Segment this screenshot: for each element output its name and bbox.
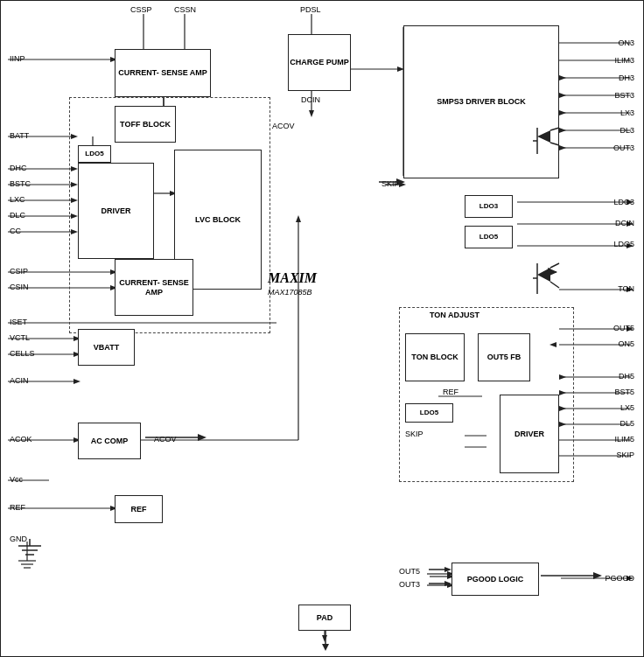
dcin-cp-label: DCIN bbox=[301, 95, 320, 104]
ldo3-pin-label: LDO3 bbox=[613, 198, 634, 206]
acov-cp-label: ACOV bbox=[272, 122, 295, 130]
svg-marker-124 bbox=[537, 130, 550, 143]
bstc-label: BSTC bbox=[10, 179, 31, 188]
batt-label: BATT bbox=[10, 131, 29, 140]
ldo3-right-block: LDO3 bbox=[465, 195, 513, 218]
cc-label: CC bbox=[10, 227, 21, 235]
vbatt-block: VBATT bbox=[78, 329, 135, 366]
svg-marker-141 bbox=[322, 644, 329, 651]
svg-line-126 bbox=[550, 143, 559, 145]
iinp-label: IINP bbox=[10, 54, 25, 63]
ton-adjust-label: TON ADJUST bbox=[430, 311, 480, 319]
lx3-label: LX3 bbox=[620, 108, 634, 117]
vctl-label: VCTL bbox=[10, 333, 30, 342]
svg-marker-135 bbox=[444, 567, 452, 572]
maxim-logo: MAXIM bbox=[268, 270, 317, 286]
svg-line-132 bbox=[550, 282, 559, 288]
skip-right-label: SKIP bbox=[616, 451, 634, 459]
cells-label: CELLS bbox=[10, 349, 35, 358]
svg-marker-27 bbox=[74, 379, 80, 384]
svg-line-125 bbox=[550, 128, 559, 130]
lxc-label: LXC bbox=[10, 195, 25, 204]
svg-marker-130 bbox=[537, 268, 550, 282]
svg-marker-137 bbox=[444, 581, 452, 586]
pdsl-label: PDSL bbox=[300, 5, 321, 14]
svg-marker-50 bbox=[309, 110, 314, 117]
pgood-logic-block: PGOOD LOGIC bbox=[452, 563, 539, 596]
svg-marker-116 bbox=[198, 434, 206, 441]
diagram: CSSP CSSN PDSL CURRENT- SENSE AMP IINP T… bbox=[0, 0, 644, 657]
vcc-label: Vcc bbox=[10, 475, 23, 484]
ton-right-label: TON bbox=[618, 284, 634, 293]
csip-label: CSIP bbox=[10, 267, 28, 276]
dl3-label: DL3 bbox=[620, 126, 634, 135]
bst3-label: BST3 bbox=[614, 91, 634, 100]
on3-label: ON3 bbox=[618, 38, 634, 47]
dcin-right-label: DCIN bbox=[615, 219, 634, 227]
svg-marker-58 bbox=[559, 75, 566, 80]
acin-label: ACIN bbox=[10, 376, 29, 385]
out5-fb-block: OUT5 FB bbox=[478, 333, 530, 381]
lx5-label: LX5 bbox=[620, 403, 634, 412]
current-sense-amp-top-block: CURRENT- SENSE AMP bbox=[115, 49, 211, 97]
csin-label: CSIN bbox=[10, 283, 29, 291]
bst5-label: BST5 bbox=[614, 388, 634, 396]
svg-line-131 bbox=[550, 263, 559, 268]
ref-block: REF bbox=[115, 495, 163, 523]
ldo5-right-block: LDO5 bbox=[465, 226, 513, 248]
maxim-model: MAX17085B bbox=[268, 288, 312, 297]
driver-right-block: DRIVER bbox=[500, 395, 559, 473]
pad-block: PAD bbox=[298, 605, 351, 631]
dh3-label: DH3 bbox=[619, 73, 634, 82]
left-circuit-dashed bbox=[69, 97, 270, 333]
out5-right-label: OUT5 bbox=[613, 324, 634, 332]
svg-marker-122 bbox=[396, 178, 405, 185]
ilim3-label: ILIM3 bbox=[614, 56, 634, 65]
svg-marker-39 bbox=[296, 215, 301, 222]
dh5-label: DH5 bbox=[619, 372, 634, 381]
dlc-label: DLC bbox=[10, 211, 25, 220]
svg-marker-139 bbox=[593, 572, 602, 579]
on5-right-label: ON5 bbox=[618, 339, 634, 348]
ac-comp-block: AC COMP bbox=[78, 423, 141, 459]
ldo5-bot-block: LDO5 bbox=[405, 403, 453, 423]
iset-label: ISET bbox=[10, 318, 27, 326]
dl5-label: DL5 bbox=[620, 419, 634, 428]
acok-label: ACOK bbox=[10, 435, 32, 444]
cssn-label: CSSN bbox=[174, 5, 196, 14]
cssp-label: CSSP bbox=[130, 5, 152, 14]
svg-marker-62 bbox=[559, 110, 566, 115]
svg-marker-60 bbox=[559, 93, 566, 98]
dhc-label: DHC bbox=[10, 164, 27, 172]
ilim5-label: ILIM5 bbox=[614, 435, 634, 444]
skip-ton-label: SKIP bbox=[405, 430, 424, 438]
ton-block: TON BLOCK bbox=[405, 333, 465, 381]
charge-pump-block: CHARGE PUMP bbox=[288, 34, 351, 91]
out3-right-label: OUT3 bbox=[613, 143, 634, 152]
ref-left-label: REF bbox=[10, 503, 25, 512]
ldo5-pin-label: LDO5 bbox=[613, 240, 634, 248]
